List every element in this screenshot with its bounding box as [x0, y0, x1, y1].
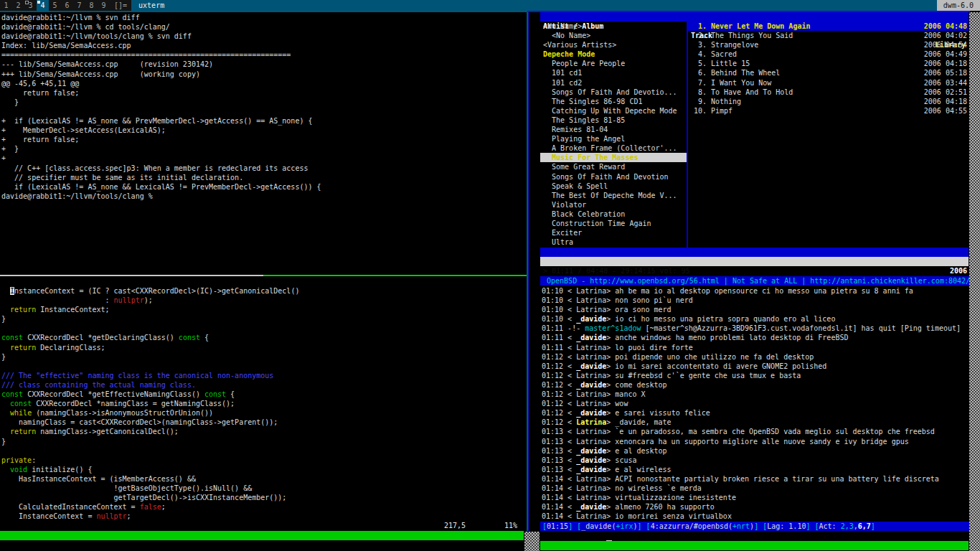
tag-4[interactable]: 4	[37, 0, 49, 11]
code-line: return InstanceContext;	[1, 305, 525, 314]
library-row[interactable]: A Broken Frame (Collector'...	[540, 143, 687, 153]
library-row[interactable]: Depeche Mode	[540, 50, 687, 59]
code-line: const CXXRecordDecl *namingClass = getNa…	[1, 399, 525, 408]
code-line: while (namingClass->isAnonymousStructOrU…	[1, 408, 525, 418]
library-row[interactable]: <Various Artists>	[540, 40, 687, 50]
library-row[interactable]: Black Celebration	[540, 209, 687, 219]
channel-topic-bar: OpenBSD - http://www.openbsd.org/56.html…	[540, 276, 971, 286]
irc-message: 01:10 < Latrina> non sono pi`u nerd	[542, 296, 969, 305]
shell-output: davide@rabbit1:~/llvm % svn diffdavide@r…	[1, 13, 525, 201]
irssi-input-line[interactable]: [#openbsd]	[540, 531, 970, 540]
left-terminal-scrollbar-thumb[interactable]	[524, 532, 540, 551]
cmus-player-window[interactable]: Artist / Album Track Library <No Name> <…	[540, 12, 969, 266]
now-playing-year: 2006	[950, 266, 967, 276]
code-line: namingClass = cast<CXXRecordDecl>(naming…	[1, 418, 525, 427]
right-terminal-scrollbar[interactable]	[969, 12, 980, 551]
desktop: { "colors": { "dwm_selected": "#005577",…	[0, 0, 980, 551]
code-line	[1, 324, 525, 333]
code-line: InstanceContext = nullptr;	[1, 512, 525, 521]
irc-message: 01:14 < _davide> almeno 7260 ha supporto	[542, 502, 969, 512]
library-row[interactable]: The Singles 81-85	[540, 116, 687, 125]
tag-7[interactable]: 7	[73, 0, 85, 11]
library-row[interactable]: The Best Of Depeche Mode V...	[540, 191, 687, 200]
tag-9[interactable]: 9	[98, 0, 110, 11]
library-row[interactable]: <No Name>	[540, 31, 687, 40]
tag-3[interactable]: 3	[24, 0, 37, 11]
irssi-window[interactable]: OpenBSD - http://www.openbsd.org/56.html…	[540, 276, 969, 551]
library-row[interactable]: Ultra	[540, 237, 687, 247]
irc-message: 01:11 -!- master^s1adow [~master^sh@Azzu…	[542, 324, 969, 333]
library-row[interactable]: Songs Of Faith And Devotio...	[540, 88, 687, 97]
irc-message: 01:12 < Latrina> poi dipende uno che uti…	[542, 352, 969, 362]
tmux-statusbar-irssi: [0] 0:irssi* "freefall.freebsd.org" 01:1…	[540, 541, 969, 550]
library-row[interactable]: Exciter	[540, 228, 687, 237]
library-row[interactable]: Songs Of Faith And Devotion	[540, 172, 687, 182]
tag-5[interactable]: 5	[49, 0, 61, 11]
library-row[interactable]: Music For The Masses	[540, 153, 687, 162]
code-line: : nullptr);	[1, 296, 525, 305]
shell-line	[1, 107, 525, 116]
tag-8[interactable]: 8	[85, 0, 98, 11]
tag-1[interactable]: 1	[0, 0, 12, 11]
shell-line: }	[1, 98, 525, 107]
tmux-window-list[interactable]: [0] 0:ssh*	[1, 540, 44, 550]
irc-message: 01:12 < _davide> io mi sarei accontentat…	[542, 362, 969, 371]
tag-2[interactable]: 2	[12, 0, 24, 11]
track-row[interactable]: 6.Behind The Wheel2006 05:18	[688, 68, 969, 77]
library-row[interactable]: <No Name>	[540, 22, 687, 31]
shell-line: // specifier must be same as its initial…	[1, 173, 525, 182]
shell-line: if (LexicalAS != AS_none && LexicalAS !=…	[1, 182, 525, 192]
library-row[interactable]: Some Great Reward	[540, 162, 687, 171]
library-row[interactable]: Remixes 81-04	[540, 125, 687, 134]
library-row[interactable]: Construction Time Again	[540, 219, 687, 228]
irc-message-log: 01:10 < Latrina> ah be ma io al desktop …	[542, 286, 969, 521]
code-line: HasInstanceContext = (isMemberAccess() &…	[1, 474, 525, 484]
shell-line: --- lib/Sema/SemaAccess.cpp (revision 23…	[1, 60, 525, 69]
shell-line: +	[1, 154, 525, 163]
library-row[interactable]: The Singles 86-98 CD1	[540, 97, 687, 106]
tmux-pane-divider[interactable]	[0, 275, 527, 276]
status-text: dwm-6.0	[937, 0, 980, 11]
code-line: private:	[1, 456, 525, 465]
playback-time-volume: > 01:11 / 04:48 - 29:14:15 vol: 95	[543, 266, 690, 276]
irc-message: 01:12 < _davide> e sarei vissuto felice	[542, 408, 969, 418]
track-row[interactable]: 7.I Want You Now2006 03:44	[688, 78, 969, 88]
cmus-player-status-bar: > 01:11 / 04:48 - 29:14:15 vol: 95 all f…	[540, 257, 969, 266]
shell-line: ========================================…	[1, 50, 525, 60]
terminal-left[interactable]: davide@rabbit1:~/llvm % svn diffdavide@r…	[0, 12, 527, 551]
code-line: /// class containing the actual naming c…	[1, 380, 525, 390]
track-row[interactable]: 2.The Things You Said2006 04:02	[688, 31, 969, 40]
tag-6[interactable]: 6	[61, 0, 73, 11]
shell-line: + }	[1, 144, 525, 154]
code-line: !getBaseObjectType().isNull() &&	[1, 484, 525, 493]
library-row[interactable]: 101 cd2	[540, 78, 687, 88]
code-line: }	[1, 352, 525, 362]
cmus-track-list: 1.Never Let Me Down Again2006 04:482.The…	[688, 22, 969, 116]
irc-message: 01:11 < _davide> anche windows ha meno p…	[542, 333, 969, 342]
library-row[interactable]: People Are People	[540, 59, 687, 68]
irc-message: 01:14 < Latrina> no wireless `e merda	[542, 484, 969, 493]
library-row[interactable]: Violator	[540, 200, 687, 209]
code-line: InstanceContext = (IC ? cast<CXXRecordDe…	[1, 286, 525, 296]
code-line: const CXXRecordDecl *getDeclaringClass()…	[1, 333, 525, 342]
track-row[interactable]: 10.Pimpf2006 04:55	[688, 106, 969, 116]
irssi-statusbar: [01:15] [_davide(+irx)] [4:azzurra/#open…	[540, 522, 971, 531]
library-row[interactable]: Catching Up With Depeche Mode	[540, 106, 687, 116]
track-row[interactable]: 8.To Have And To Hold2006 02:51	[688, 88, 969, 97]
vim-cursor-position: 217,5	[444, 522, 466, 529]
vim-scroll-percent: 11%	[504, 522, 517, 529]
track-row[interactable]: 9.Nothing2006 04:18	[688, 97, 969, 106]
track-row[interactable]: 1.Never Let Me Down Again2006 04:48	[688, 22, 969, 31]
cmus-library-list: <No Name> <No Name><Various Artists>Depe…	[540, 22, 687, 247]
irc-message: 01:13 < Latrina> xenoncara ha un support…	[542, 437, 969, 446]
library-row[interactable]: Speak & Spell	[540, 182, 687, 191]
library-row[interactable]: 101 cd1	[540, 68, 687, 77]
layout-symbol[interactable]: []=	[110, 0, 131, 11]
library-row[interactable]: Playing the Angel	[540, 134, 687, 143]
vim-editor[interactable]: InstanceContext = (IC ? cast<CXXRecordDe…	[1, 286, 525, 521]
track-row[interactable]: 5.Little 152006 04:18	[688, 59, 969, 68]
cmus-header: Artist / Album Track Library	[540, 12, 969, 22]
track-row[interactable]: 3.Strangelove2006 04:54	[688, 40, 969, 50]
shell-line: davide@rabbit1:~/llvm/tools/clang % svn …	[1, 32, 525, 41]
track-row[interactable]: 4.Sacred2006 04:49	[688, 50, 969, 59]
